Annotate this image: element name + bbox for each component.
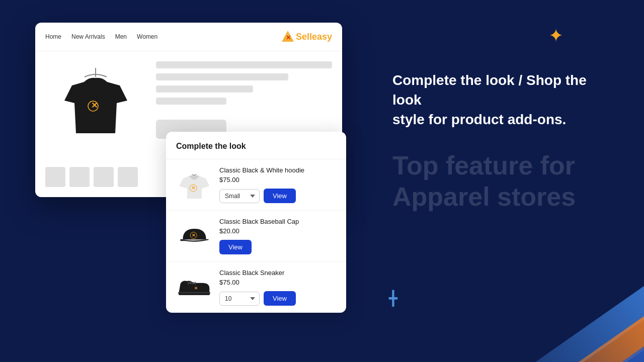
sneaker-svg: ✕ xyxy=(177,274,212,301)
nav-links: Home New Arrivals Men Women xyxy=(45,33,157,40)
svg-text:✕: ✕ xyxy=(191,185,195,191)
item-info-hoodie: Classic Black & White hoodie $75.00 Smal… xyxy=(219,166,336,203)
nav-new-arrivals[interactable]: New Arrivals xyxy=(71,33,105,40)
cap-name: Classic Black Baseball Cap xyxy=(219,218,336,225)
star-decoration: ✦ xyxy=(548,25,564,46)
right-content-area: Complete the look / Shop the lookstyle f… xyxy=(392,70,604,212)
thumbnail-4[interactable] xyxy=(118,167,138,187)
hoodie-controls: Small Medium Large XL View xyxy=(219,189,336,203)
hoodie-size-select[interactable]: Small Medium Large XL xyxy=(219,189,260,203)
thumbnail-2[interactable] xyxy=(69,167,90,187)
product-image-section: ✕ xyxy=(45,61,146,187)
thumbnail-3[interactable] xyxy=(94,167,114,187)
thumbnail-1[interactable] xyxy=(45,167,65,187)
sub-headline: Top feature for Apparel stores xyxy=(392,150,604,213)
main-product-image: ✕ xyxy=(45,61,146,162)
skeleton-line-2 xyxy=(156,73,288,80)
panel-title: Complete the look xyxy=(166,142,346,159)
sub-line1: Top feature for xyxy=(392,150,604,181)
cap-view-button[interactable]: View xyxy=(219,240,252,254)
logo: ✕ Selleasy xyxy=(281,30,332,44)
skeleton-line-4 xyxy=(156,98,226,105)
sneaker-price: $75.00 xyxy=(219,279,336,286)
sneaker-view-button[interactable]: View xyxy=(264,291,296,306)
skeleton-line-3 xyxy=(156,85,253,93)
product-item-hoodie: ✕ Classic Black & White hoodie $75.00 Sm… xyxy=(166,159,346,210)
tshirt-image: ✕ xyxy=(57,68,135,156)
sneaker-name: Classic Black Sneaker xyxy=(219,269,336,277)
nav-women[interactable]: Women xyxy=(137,33,157,40)
item-image-hoodie: ✕ xyxy=(176,167,212,203)
skeleton-line-1 xyxy=(156,61,332,68)
complete-look-panel: Complete the look ✕ Classic Black & Whit… xyxy=(166,132,346,313)
sneaker-size-select[interactable]: 8 9 10 11 12 xyxy=(219,292,260,306)
nav-home[interactable]: Home xyxy=(45,33,61,40)
nav-bar: Home New Arrivals Men Women ✕ Selleasy xyxy=(35,23,342,51)
item-info-cap: Classic Black Baseball Cap $20.00 View xyxy=(219,218,336,254)
hoodie-svg: ✕ xyxy=(178,168,211,201)
hoodie-name: Classic Black & White hoodie xyxy=(219,166,336,174)
main-headline: Complete the look / Shop the lookstyle f… xyxy=(392,70,604,130)
svg-text:✕: ✕ xyxy=(191,233,195,238)
thumbnail-row xyxy=(45,167,146,187)
cross-decoration: ╋ xyxy=(389,290,397,307)
cap-controls: View xyxy=(219,240,336,254)
item-image-sneaker: ✕ xyxy=(176,269,212,306)
item-info-sneaker: Classic Black Sneaker $75.00 8 9 10 11 1… xyxy=(219,269,336,306)
svg-text:✕: ✕ xyxy=(286,34,291,41)
nav-men[interactable]: Men xyxy=(115,33,127,40)
product-item-cap: ✕ Classic Black Baseball Cap $20.00 View xyxy=(166,210,346,261)
sneaker-controls: 8 9 10 11 12 View xyxy=(219,291,336,306)
hoodie-price: $75.00 xyxy=(219,176,336,184)
stripe-decoration xyxy=(473,201,644,362)
cap-price: $20.00 xyxy=(219,227,336,235)
item-image-cap: ✕ xyxy=(176,218,212,254)
sub-line2: Apparel stores xyxy=(392,181,604,212)
logo-text: Selleasy xyxy=(296,32,332,42)
logo-icon: ✕ xyxy=(281,30,295,44)
cap-svg: ✕ xyxy=(178,222,211,250)
svg-text:✕: ✕ xyxy=(194,286,198,291)
product-item-sneaker: ✕ Classic Black Sneaker $75.00 8 9 10 11… xyxy=(166,261,346,313)
hoodie-view-button[interactable]: View xyxy=(264,189,296,203)
